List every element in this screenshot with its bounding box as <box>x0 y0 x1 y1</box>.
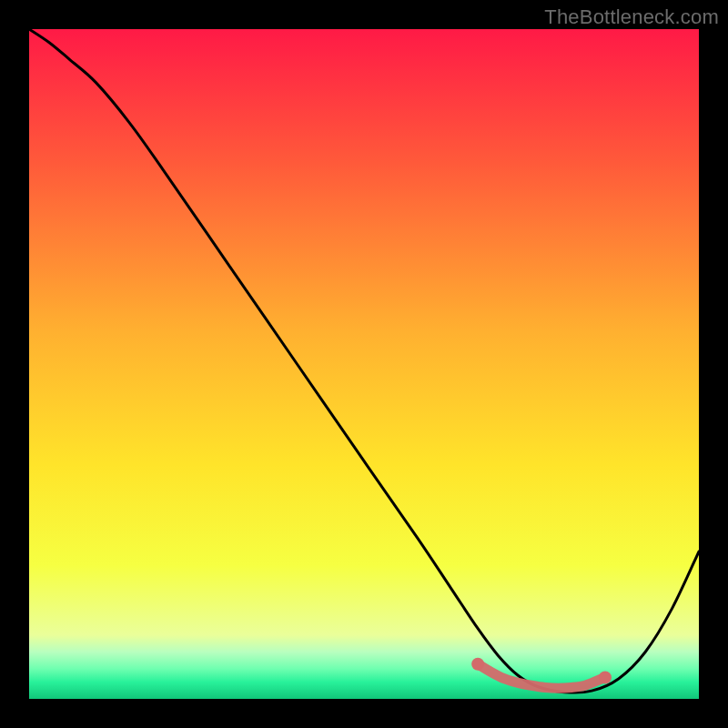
gradient-background <box>29 29 699 699</box>
optimal-range-end-dot <box>599 671 612 683</box>
plot-area <box>29 29 699 699</box>
optimal-range-start-dot <box>471 658 484 671</box>
chart-frame: TheBottleneck.com <box>0 0 728 728</box>
chart-svg <box>29 29 699 699</box>
watermark-text: TheBottleneck.com <box>544 5 719 29</box>
